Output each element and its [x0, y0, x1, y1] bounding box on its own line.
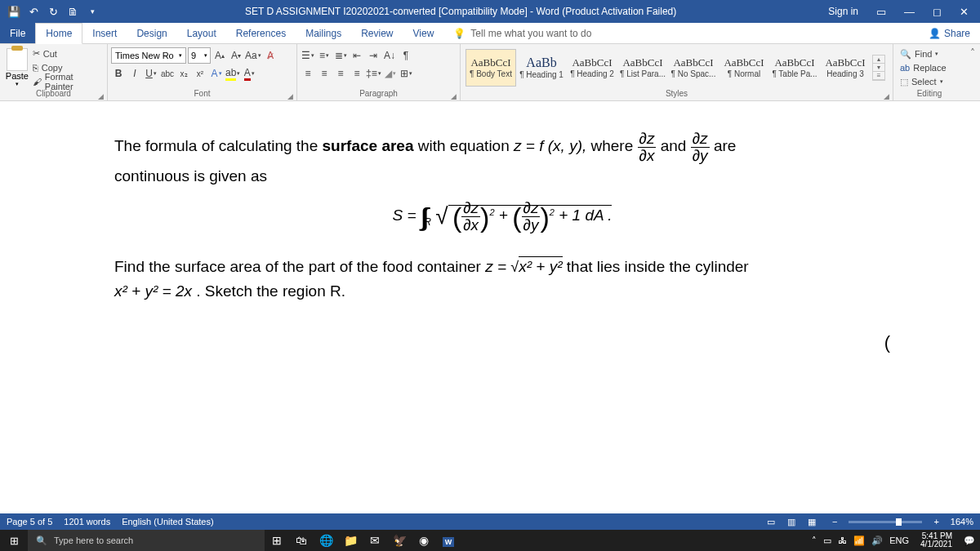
align-right-button[interactable]: ≡ — [333, 65, 348, 82]
save-icon[interactable]: 💾 — [5, 2, 23, 20]
zoom-out-button[interactable]: − — [832, 517, 837, 527]
dialog-launcher-icon[interactable]: ◢ — [287, 92, 293, 100]
clear-format-button[interactable]: A̷ — [263, 47, 278, 64]
word-count[interactable]: 1201 words — [64, 517, 110, 527]
tab-references[interactable]: References — [226, 23, 296, 43]
grow-font-button[interactable]: A▴ — [212, 47, 227, 64]
redo-icon[interactable]: ↻ — [44, 2, 62, 20]
tab-file[interactable]: File — [0, 23, 35, 43]
task-view-button[interactable]: ⊞ — [265, 534, 289, 547]
mail-icon[interactable]: ✉ — [363, 534, 387, 547]
font-color-button[interactable]: A▾ — [242, 65, 256, 82]
style-item[interactable]: AaBbCcI¶ Heading 2 — [567, 49, 617, 87]
maximize-button[interactable]: ◻ — [924, 0, 950, 23]
language-indicator[interactable]: English (United States) — [122, 517, 214, 527]
tab-home[interactable]: Home — [35, 23, 82, 44]
close-button[interactable]: ✕ — [951, 0, 977, 23]
zoom-slider[interactable] — [849, 521, 922, 523]
sign-in-button[interactable]: Sign in — [820, 0, 866, 23]
dialog-launcher-icon[interactable]: ◢ — [884, 92, 889, 100]
bold-button[interactable]: B — [111, 65, 126, 82]
web-layout-button[interactable]: ▦ — [803, 517, 821, 527]
underline-button[interactable]: U▾ — [144, 65, 158, 82]
borders-button[interactable]: ⊞▾ — [399, 65, 414, 82]
chevron-down-icon: ▾ — [16, 81, 19, 87]
explorer-icon[interactable]: 📁 — [338, 534, 363, 547]
style-item[interactable]: AaBbCcI¶ Body Text — [466, 49, 516, 87]
style-item[interactable]: AaBbCcIHeading 3 — [820, 49, 871, 87]
tab-view[interactable]: View — [403, 23, 444, 43]
notifications-icon[interactable]: 💬 — [964, 535, 975, 546]
read-mode-button[interactable]: ▭ — [762, 517, 780, 527]
tell-me-input[interactable]: 💡 Tell me what you want to do — [443, 23, 591, 43]
decrease-indent-button[interactable]: ⇤ — [350, 47, 364, 64]
word-taskbar-icon[interactable]: W — [436, 534, 461, 547]
strike-button[interactable]: abc — [160, 65, 175, 82]
dialog-launcher-icon[interactable]: ◢ — [451, 92, 457, 100]
styles-scroll[interactable]: ▴▾≡ — [872, 55, 885, 81]
battery-icon[interactable]: ▭ — [823, 535, 831, 546]
clock[interactable]: 5:41 PM 4/1/2021 — [915, 532, 957, 549]
tray-chevron-icon[interactable]: ˄ — [812, 535, 817, 546]
style-item[interactable]: AaBbCcI¶ No Spac... — [668, 49, 719, 87]
italic-button[interactable]: I — [127, 65, 142, 82]
store-icon[interactable]: 🛍 — [289, 534, 314, 547]
superscript-button[interactable]: x² — [193, 65, 207, 82]
text-effects-button[interactable]: A▾ — [209, 65, 224, 82]
language-indicator[interactable]: ENG — [889, 535, 909, 545]
font-name-select[interactable]: Times New Ro▾ — [111, 47, 186, 64]
paste-button[interactable]: Paste ▾ — [3, 48, 31, 87]
ribbon-options-icon[interactable]: ▭ — [868, 0, 894, 23]
collapse-ribbon-button[interactable]: ˄ — [965, 44, 980, 100]
zoom-level[interactable]: 164% — [951, 517, 973, 527]
network-icon[interactable]: 🖧 — [838, 535, 847, 545]
style-item[interactable]: AaBbCcI¶ Table Pa... — [769, 49, 820, 87]
change-case-button[interactable]: Aa▾ — [245, 47, 261, 64]
start-button[interactable]: ⊞ — [0, 535, 28, 547]
tab-insert[interactable]: Insert — [82, 23, 127, 43]
sort-button[interactable]: A↓ — [382, 47, 397, 64]
replace-button[interactable]: abReplace — [897, 61, 950, 74]
style-item[interactable]: AaBbCcI¶ List Para... — [617, 49, 668, 87]
numbering-button[interactable]: ≡▾ — [317, 47, 332, 64]
undo-icon[interactable]: ↶ — [24, 2, 42, 20]
chrome-icon[interactable]: ◉ — [412, 534, 436, 547]
font-size-select[interactable]: 9▾ — [188, 47, 211, 64]
page-indicator[interactable]: Page 5 of 5 — [7, 517, 52, 527]
shading-button[interactable]: ◢▾ — [383, 65, 398, 82]
bullets-button[interactable]: ☰▾ — [301, 47, 315, 64]
style-item[interactable]: AaBb¶ Heading 1 — [516, 49, 567, 87]
subscript-button[interactable]: x₂ — [176, 65, 191, 82]
tab-layout[interactable]: Layout — [177, 23, 226, 43]
wifi-icon[interactable]: 📶 — [853, 535, 865, 546]
tab-mailings[interactable]: Mailings — [296, 23, 351, 43]
document-canvas[interactable]: The formula of calculating the surface a… — [0, 101, 980, 513]
dialog-launcher-icon[interactable]: ◢ — [98, 92, 104, 100]
tab-design[interactable]: Design — [127, 23, 176, 43]
align-left-button[interactable]: ≡ — [301, 65, 315, 82]
shrink-font-button[interactable]: A▾ — [229, 47, 243, 64]
show-marks-button[interactable]: ¶ — [399, 47, 413, 64]
edge-icon[interactable]: 🌐 — [314, 534, 338, 547]
line-spacing-button[interactable]: ‡≡▾ — [366, 65, 381, 82]
volume-icon[interactable]: 🔊 — [871, 535, 883, 546]
minimize-button[interactable]: — — [896, 0, 923, 23]
select-button[interactable]: ⬚Select ▾ — [897, 75, 947, 88]
print-preview-icon[interactable]: 🗎 — [64, 2, 82, 20]
qat-more-icon[interactable]: ▾ — [83, 2, 101, 20]
find-button[interactable]: 🔍Find ▾ — [897, 47, 942, 60]
align-center-button[interactable]: ≡ — [317, 65, 332, 82]
highlight-button[interactable]: ab▾ — [225, 65, 240, 82]
style-item[interactable]: AaBbCcI¶ Normal — [719, 49, 769, 87]
multilevel-button[interactable]: ≣▾ — [333, 47, 348, 64]
zoom-in-button[interactable]: + — [933, 517, 938, 527]
tab-review[interactable]: Review — [351, 23, 403, 43]
share-button[interactable]: 👤 Share — [919, 23, 980, 43]
cut-button[interactable]: ✂Cut — [33, 47, 104, 60]
format-painter-button[interactable]: 🖌Format Painter — [33, 75, 104, 88]
app-icon[interactable]: 🦅 — [387, 534, 412, 547]
taskbar-search[interactable]: 🔍 Type here to search — [28, 530, 265, 551]
increase-indent-button[interactable]: ⇥ — [366, 47, 381, 64]
print-layout-button[interactable]: ▥ — [782, 517, 800, 527]
justify-button[interactable]: ≡ — [350, 65, 364, 82]
